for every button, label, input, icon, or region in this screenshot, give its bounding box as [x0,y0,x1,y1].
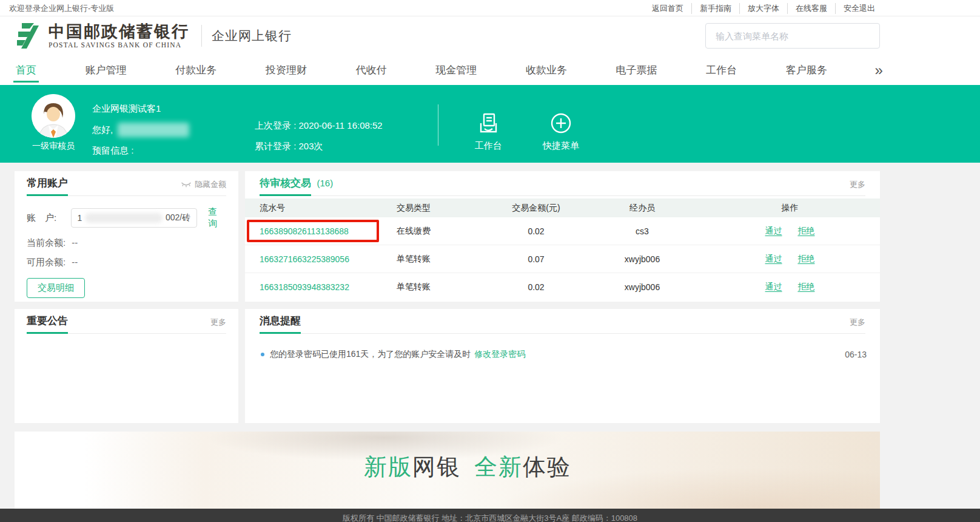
login-count: 累计登录 : 203次 [255,141,383,152]
col-actions: 操作 [700,203,880,214]
topbar-link-beginner-guide[interactable]: 新手指南 [691,3,739,14]
footer: 版权所有 中国邮政储蓄银行 地址：北京市西城区金融大街3号A座 邮政编码：100… [0,509,980,522]
transaction-operator: xwyjb006 [585,282,700,292]
topbar-link-home[interactable]: 返回首页 [644,3,691,14]
pending-count: (16) [317,178,333,188]
workbench-icon [477,112,500,135]
banner-divider [438,104,438,146]
hide-amount-label: 隐藏金额 [195,179,226,190]
account-number-prefix: 1 [78,213,82,223]
account-number-suffix: 002/砖 [166,212,190,223]
nav-tab-account-management[interactable]: 账户管理 [84,63,128,77]
bank-logo: 中国邮政储蓄银行 POSTAL SAVINGS BANK OF CHINA 企业… [13,21,292,51]
account-number-redacted [85,213,163,223]
workbench-shortcut[interactable]: 工作台 [463,112,514,152]
nav-tab-payment-business[interactable]: 付款业务 [174,63,218,77]
copyright-text: 版权所有 中国邮政储蓄银行 地址：北京市西城区金融大街3号A座 邮政编码：100… [343,509,637,522]
current-balance-value: -- [72,237,78,249]
pending-table-header: 流水号 交易类型 交易金额(元) 经办员 操作 [245,198,880,217]
bank-logo-icon [13,21,44,51]
nav-tab-workbench[interactable]: 工作台 [705,63,738,77]
current-balance-label: 当前余额: [27,237,65,249]
transaction-operator: xwyjb006 [585,254,700,264]
current-balance-row: 当前余额: -- [27,237,226,249]
notices-more-link[interactable]: 更多 [210,317,226,328]
account-selector[interactable]: 1 002/砖 [71,208,198,228]
bank-name-en: POSTAL SAVINGS BANK OF CHINA [49,41,189,49]
pending-more-link[interactable]: 更多 [850,179,865,190]
menu-search-box [705,23,880,49]
available-balance-value: -- [72,257,78,268]
topbar-links: 返回首页 新手指南 放大字体 在线客服 安全退出 [644,3,883,14]
menu-search-input[interactable] [706,24,879,48]
product-name: 企业网上银行 [212,27,292,44]
eye-closed-icon [181,181,192,188]
user-info: 企业网银测试客1 您好, 预留信息 : [92,103,189,157]
main-nav: 首页 账户管理 付款业务 投资理财 代收付 现金管理 收款业务 电子票据 工作台… [0,55,980,85]
login-info: 上次登录 : 2020-06-11 16:08:52 累计登录 : 203次 [255,120,383,152]
workbench-label: 工作台 [463,140,514,152]
approve-link[interactable]: 通过 [765,254,782,263]
transaction-amount: 0.02 [488,226,585,236]
nav-tab-investment[interactable]: 投资理财 [264,63,308,77]
nav-tab-collection-payment[interactable]: 代收付 [355,63,388,77]
serial-link[interactable]: 1663185093948383232 [260,282,349,292]
top-utility-bar: 欢迎登录企业网上银行-专业版 返回首页 新手指南 放大字体 在线客服 安全退出 [0,0,980,16]
approve-link[interactable]: 通过 [765,282,782,291]
serial-link[interactable]: 1663271663225389056 [260,254,349,264]
serial-link[interactable]: 1663890826113138688 [260,226,349,236]
user-role: 一级审核员 [16,141,91,152]
quick-menu-shortcut[interactable]: 快捷菜单 [535,112,586,152]
pending-transactions-panel: 待审核交易 (16) 更多 流水号 交易类型 交易金额(元) 经办员 操作 16… [245,171,880,302]
hide-amount-toggle[interactable]: 隐藏金额 [181,179,226,190]
available-balance-row: 可用余额: -- [27,257,226,268]
pending-panel-title: 待审核交易 [260,176,311,190]
nav-more-chevron-icon[interactable]: » [875,64,883,76]
reserved-info-label: 预留信息 : [92,145,189,157]
transaction-type: 在线缴费 [397,226,488,237]
promo-part4: 体验 [523,454,571,480]
welcome-text: 欢迎登录企业网上银行-专业版 [9,3,114,14]
logo-divider [201,25,202,47]
header: 中国邮政储蓄银行 POSTAL SAVINGS BANK OF CHINA 企业… [0,16,980,55]
message-item: 您的登录密码已使用161天，为了您的账户安全请及时 修改登录密码 06-13 [261,349,867,360]
nav-tab-cash-management[interactable]: 现金管理 [434,63,478,77]
message-date: 06-13 [845,350,867,359]
message-text: 您的登录密码已使用161天，为了您的账户安全请及时 [270,349,471,360]
reject-link[interactable]: 拒绝 [797,226,814,236]
reject-link[interactable]: 拒绝 [797,254,814,263]
col-operator: 经办员 [585,203,700,214]
approve-link[interactable]: 通过 [765,226,782,236]
promo-part1: 新版 [364,454,412,480]
messages-more-link[interactable]: 更多 [850,317,865,328]
transaction-detail-button[interactable]: 交易明细 [27,278,85,298]
user-banner: 一级审核员 企业网银测试客1 您好, 预留信息 : 上次登录 : 2020-06… [0,85,980,163]
promo-part3: 全新 [474,454,523,480]
greeting-text: 您好, [92,124,113,136]
accounts-panel-title: 常用账户 [27,176,68,190]
account-label: 账 户: [27,212,71,224]
message-reminders-panel: 消息提醒 更多 您的登录密码已使用161天，为了您的账户安全请及时 修改登录密码… [245,309,880,423]
col-type: 交易类型 [397,203,488,214]
important-notices-panel: 重要公告 更多 [15,309,238,423]
transaction-row: 1663890826113138688 在线缴费 0.02 cs3 通过 拒绝 [245,217,880,245]
nav-tab-receivables[interactable]: 收款业务 [525,63,568,77]
reject-link[interactable]: 拒绝 [797,282,814,291]
change-password-link[interactable]: 修改登录密码 [474,349,525,360]
nav-tab-home[interactable]: 首页 [15,63,38,77]
quick-menu-label: 快捷菜单 [535,140,586,152]
query-link[interactable]: 查询 [208,206,226,229]
last-login: 上次登录 : 2020-06-11 16:08:52 [255,120,383,132]
topbar-link-enlarge-font[interactable]: 放大字体 [739,3,787,14]
topbar-link-online-service[interactable]: 在线客服 [787,3,835,14]
transaction-operator: cs3 [585,226,700,236]
promo-slogan: 新版网银全新体验 [364,452,571,483]
plus-circle-icon [549,112,572,135]
nav-tab-e-bill[interactable]: 电子票据 [615,63,659,77]
topbar-link-safe-exit[interactable]: 安全退出 [835,3,883,14]
nav-tab-customer-service[interactable]: 客户服务 [785,63,828,77]
promo-banner: 新版网银全新体验 [15,432,880,509]
avatar [32,94,75,138]
company-name: 企业网银测试客1 [92,103,189,115]
col-amount: 交易金额(元) [488,203,585,214]
